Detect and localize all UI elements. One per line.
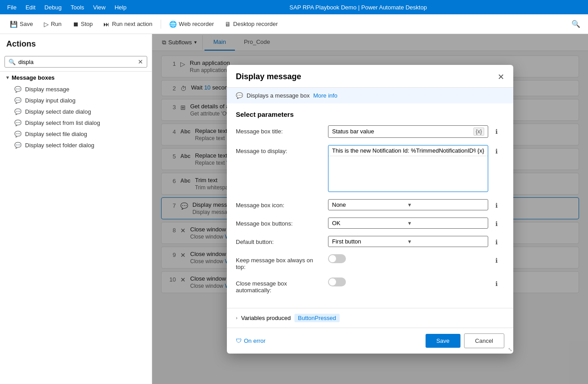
keep-on-top-toggle[interactable] — [328, 254, 346, 263]
close-automatically-control — [328, 277, 488, 288]
action-item-display-select-date[interactable]: 💬 Display select date dialog — [0, 106, 152, 117]
menu-item-edit[interactable]: Edit — [22, 2, 39, 13]
info-icon-title[interactable]: ℹ — [495, 125, 504, 135]
message-box-title-input-wrap: {x} — [328, 125, 488, 138]
close-automatically-label: Close message box automatically: — [236, 277, 321, 294]
message-box-buttons-control: OK ▾ — [328, 218, 488, 229]
category-header-message-boxes[interactable]: ▾ Message boxes — [0, 72, 152, 84]
message-to-display-label: Message to display: — [236, 145, 321, 154]
button-pressed-badge[interactable]: ButtonPressed — [294, 314, 340, 322]
info-icon-default-btn[interactable]: ℹ — [495, 236, 504, 246]
message-to-display-control: {x} — [328, 145, 488, 192]
resize-handle[interactable]: ⤡ — [508, 346, 512, 353]
default-button-select[interactable]: First button ▾ — [328, 236, 488, 247]
menu-bar: File Edit Debug Tools View Help SAP RPA … — [0, 0, 588, 14]
more-info-link[interactable]: More info — [313, 92, 337, 99]
action-item-display-select-folder[interactable]: 💬 Display select folder dialog — [0, 140, 152, 151]
search-prefix-icon: 🔍 — [9, 59, 16, 65]
web-recorder-icon: 🌐 — [169, 21, 177, 28]
select-parameters-title: Select parameters — [236, 111, 504, 118]
search-icon[interactable]: 🔍 — [569, 17, 583, 30]
chevron-down-icon: ▾ — [6, 75, 9, 81]
on-error-button[interactable]: 🛡 On error — [236, 337, 265, 344]
save-button[interactable]: 💾 Save — [5, 18, 38, 30]
message-box-icon-control: None ▾ — [328, 199, 488, 210]
message-box-buttons-select[interactable]: OK ▾ — [328, 218, 488, 229]
stop-button[interactable]: ⏹ Stop — [68, 18, 98, 30]
stop-icon: ⏹ — [72, 21, 79, 28]
action-item-display-input-dialog[interactable]: 💬 Display input dialog — [0, 95, 152, 106]
run-next-icon: ⏭ — [103, 21, 110, 28]
search-input[interactable] — [18, 59, 135, 65]
modal-close-button[interactable]: ✕ — [498, 72, 504, 82]
menu-item-view[interactable]: View — [89, 2, 109, 13]
param-row-keep-on-top: Keep message box always on top: ℹ — [236, 254, 504, 270]
action-item-display-message[interactable]: 💬 Display message — [0, 84, 152, 95]
shield-icon: 🛡 — [236, 337, 242, 344]
keep-on-top-label: Keep message box always on top: — [236, 254, 321, 270]
date-icon: 💬 — [14, 108, 21, 115]
dialog-icon: 💬 — [14, 97, 21, 104]
info-icon-msg-icon[interactable]: ℹ — [495, 199, 504, 209]
run-icon: ▷ — [44, 21, 49, 28]
menu-item-tools[interactable]: Tools — [67, 2, 88, 13]
message-box-title-control: {x} — [328, 125, 488, 138]
search-clear-icon[interactable]: ✕ — [138, 58, 143, 65]
sidebar-title: Actions — [0, 34, 152, 52]
main-layout: Actions 🔍 ✕ ▾ Message boxes 💬 Display me… — [0, 34, 588, 384]
menu-item-debug[interactable]: Debug — [41, 2, 65, 13]
on-error-label: On error — [244, 337, 265, 344]
modal-footer: 🛡 On error Save Cancel — [227, 328, 513, 354]
chevron-down-icon: ▾ — [408, 220, 484, 226]
param-row-close-auto: Close message box automatically: ℹ — [236, 277, 504, 294]
category-label: Message boxes — [12, 74, 55, 81]
action-item-display-select-list[interactable]: 💬 Display select from list dialog — [0, 117, 152, 128]
action-label: Display select file dialog — [25, 131, 87, 137]
display-message-modal: Display message ✕ 💬 Displays a message b… — [227, 65, 513, 354]
action-label: Display select date dialog — [25, 108, 91, 115]
desktop-recorder-icon: 🖥 — [225, 21, 231, 28]
modal-overlay: Display message ✕ 💬 Displays a message b… — [152, 34, 588, 384]
close-automatically-toggle[interactable] — [328, 277, 346, 286]
toolbar-separator — [161, 20, 161, 29]
param-row-icon: Message box icon: None ▾ ℹ — [236, 199, 504, 210]
info-icon-keep-on-top[interactable]: ℹ — [495, 254, 504, 264]
list-icon: 💬 — [14, 119, 21, 126]
menu-item-help[interactable]: Help — [111, 2, 130, 13]
message-box-title-input[interactable] — [332, 128, 473, 135]
message-box-buttons-value: OK — [332, 220, 408, 226]
message-textarea-wrap: {x} — [328, 145, 488, 192]
variable-button-title[interactable]: {x} — [473, 128, 484, 136]
variables-label: Variables produced — [241, 315, 291, 321]
info-icon-message[interactable]: ℹ — [495, 145, 504, 155]
param-row-buttons: Message box buttons: OK ▾ ℹ — [236, 218, 504, 229]
app-title: SAP RPA Playbook Demo | Power Automate D… — [132, 4, 584, 11]
variables-row: › Variables produced ButtonPressed — [227, 308, 513, 328]
message-textarea-input[interactable] — [332, 147, 476, 154]
run-button[interactable]: ▷ Run — [39, 18, 66, 30]
file-icon: 💬 — [14, 131, 21, 137]
web-recorder-button[interactable]: 🌐 Web recorder — [165, 18, 219, 30]
desktop-recorder-button[interactable]: 🖥 Desktop recorder — [220, 18, 282, 30]
message-box-icon-label: Message box icon: — [236, 199, 321, 209]
default-button-label: Default button: — [236, 236, 321, 245]
save-button[interactable]: Save — [426, 334, 460, 348]
chevron-down-icon: ▾ — [408, 238, 484, 245]
action-label: Display input dialog — [25, 97, 76, 104]
keep-on-top-control — [328, 254, 488, 265]
folder-icon: 💬 — [14, 142, 21, 149]
message-textarea-body — [328, 156, 488, 192]
variable-button-message[interactable]: {x} — [477, 147, 484, 154]
info-icon-buttons[interactable]: ℹ — [495, 218, 504, 227]
action-item-display-select-file[interactable]: 💬 Display select file dialog — [0, 128, 152, 140]
search-input-wrap: 🔍 ✕ — [4, 56, 147, 68]
message-icon: 💬 — [14, 86, 21, 93]
message-box-icon-select[interactable]: None ▾ — [328, 199, 488, 210]
message-box-title-label: Message box title: — [236, 125, 321, 135]
info-icon-close-auto[interactable]: ℹ — [495, 277, 504, 287]
param-row-title: Message box title: {x} ℹ — [236, 125, 504, 138]
chevron-right-icon: › — [236, 315, 238, 320]
run-next-button[interactable]: ⏭ Run next action — [99, 18, 157, 30]
menu-item-file[interactable]: File — [4, 2, 20, 13]
cancel-button[interactable]: Cancel — [464, 333, 504, 348]
